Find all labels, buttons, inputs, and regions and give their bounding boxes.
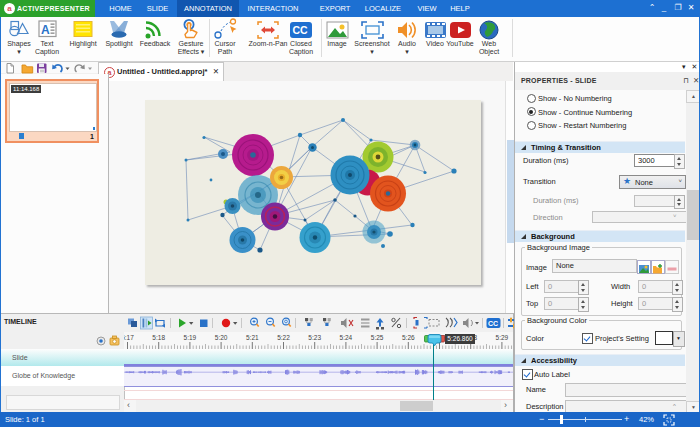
svg-text:5:18: 5:18 <box>152 334 165 341</box>
svg-text:5:23: 5:23 <box>308 334 321 341</box>
svg-text:5:17: 5:17 <box>124 334 134 341</box>
svg-text:CC: CC <box>488 320 498 327</box>
svg-text:5:25: 5:25 <box>371 334 384 341</box>
svg-text:A: A <box>41 23 50 37</box>
svg-text:5:29: 5:29 <box>496 334 509 341</box>
svg-text:5:21: 5:21 <box>246 334 259 341</box>
svg-text:CC: CC <box>293 24 309 36</box>
svg-text:5:24: 5:24 <box>340 334 353 341</box>
svg-text:5:26: 5:26 <box>402 334 415 341</box>
svg-text:5:19: 5:19 <box>184 334 197 341</box>
svg-text:5:22: 5:22 <box>277 334 290 341</box>
svg-text:5:20: 5:20 <box>215 334 228 341</box>
